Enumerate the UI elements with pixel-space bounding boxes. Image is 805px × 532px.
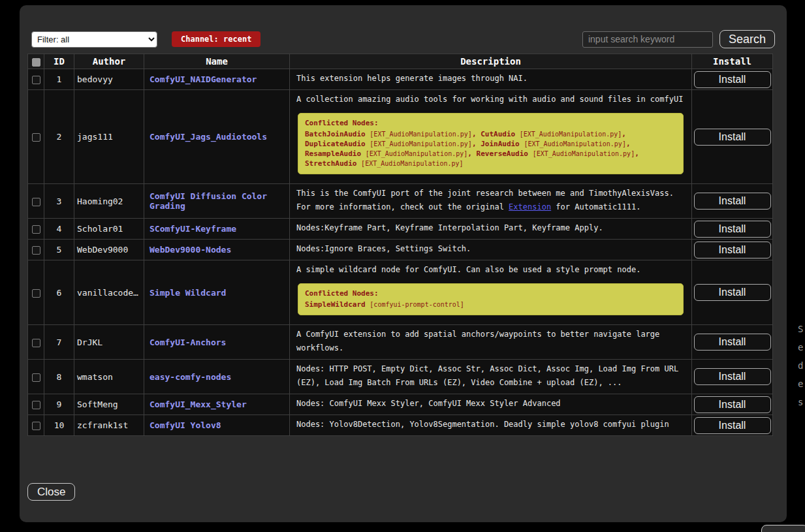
row-checkbox[interactable] [32, 76, 40, 84]
header-author: Author [74, 54, 144, 69]
select-all-checkbox[interactable] [32, 58, 40, 67]
row-description: This extension helps generate images thr… [290, 69, 692, 90]
conflict-node: BatchJoinAudio [305, 130, 366, 138]
conflict-box: Conflicted Nodes: SimpleWildcard [comfyu… [298, 283, 684, 315]
table-row: 9 SoftMeng ComfyUI_Mexx_Styler Nodes: Co… [28, 394, 773, 415]
row-author: SoftMeng [74, 394, 144, 415]
row-name[interactable]: easy-comfy-nodes [144, 360, 290, 394]
install-button[interactable]: Install [694, 284, 771, 301]
nodes-table-scroll-area[interactable]: ID Author Name Description Install 1 bed… [27, 54, 780, 440]
conflict-source: [EXT_AudioManipulation.py] [520, 131, 622, 138]
row-author: vanillacode… [74, 260, 144, 325]
description-text: Nodes:Ignore Braces, Settings Switch. [296, 244, 471, 253]
clipped-sidebar-text: e [798, 379, 805, 389]
conflict-source: [EXT_AudioManipulation.py] [366, 150, 468, 157]
row-author: jags111 [74, 90, 144, 184]
row-checkbox[interactable] [32, 225, 40, 234]
row-description: Nodes: Yolov8Detection, Yolov8Segmentati… [290, 415, 692, 436]
conflict-node: SimpleWildcard [305, 300, 366, 309]
row-description: A simple wildcard node for ComfyUI. Can … [290, 260, 692, 325]
description-text: This extension helps generate images thr… [296, 74, 528, 83]
row-checkbox[interactable] [32, 422, 40, 430]
row-author: Haoming02 [74, 184, 144, 219]
row-description: Nodes: HTTP POST, Empty Dict, Assoc Str,… [290, 360, 692, 394]
row-description: Nodes:Ignore Braces, Settings Switch. [290, 240, 692, 260]
filter-select[interactable]: Filter: all [31, 31, 157, 48]
conflict-node: StretchAudio [305, 159, 356, 168]
conflict-items: SimpleWildcard [comfyui-prompt-control] [305, 300, 676, 309]
row-description: A collection amazing audio tools for wor… [290, 90, 692, 184]
conflict-source: [EXT_AudioManipulation.py] [533, 150, 635, 157]
conflict-source: [EXT_AudioManipulation.py] [370, 140, 472, 148]
clipped-sidebar-strip: Sedes [798, 324, 805, 407]
row-checkbox[interactable] [32, 373, 40, 382]
header-install: Install [692, 54, 773, 69]
row-name[interactable]: ComfyUI_Jags_Audiotools [144, 90, 290, 184]
description-link[interactable]: Extension [509, 202, 551, 211]
install-button[interactable]: Install [694, 334, 771, 351]
conflict-node: JoinAudio [481, 140, 520, 148]
header-id: ID [44, 54, 74, 69]
conflict-title: Conflicted Nodes: [305, 289, 676, 298]
row-name[interactable]: ComfyUI-Anchors [144, 325, 290, 360]
row-description: This is the ComfyUI port of the joint re… [290, 184, 692, 219]
install-button[interactable]: Install [694, 71, 771, 88]
row-description: Nodes:Keyframe Part, Keyframe Interpolat… [290, 219, 692, 240]
table-row: 6 vanillacode… Simple Wildcard A simple … [28, 260, 773, 325]
channel-badge: Channel: recent [172, 31, 260, 47]
install-button[interactable]: Install [694, 193, 771, 210]
table-row: 10 zcfrank1st ComfyUI Yolov8 Nodes: Yolo… [28, 415, 773, 436]
scroll-spacer [27, 436, 780, 440]
row-checkbox[interactable] [32, 339, 40, 347]
row-name[interactable]: SComfyUI-Keyframe [144, 219, 290, 240]
conflict-node: DuplicateAudio [305, 140, 366, 148]
install-button[interactable]: Install [694, 396, 771, 413]
table-row: 4 Scholar01 SComfyUI-Keyframe Nodes:Keyf… [28, 219, 773, 240]
table-row: 3 Haoming02 ComfyUI Diffusion Color Grad… [28, 184, 773, 219]
row-checkbox[interactable] [32, 289, 40, 298]
row-checkbox[interactable] [32, 246, 40, 255]
close-button[interactable]: Close [27, 483, 75, 501]
row-author: Scholar01 [74, 219, 144, 240]
row-name[interactable]: ComfyUI_Mexx_Styler [144, 394, 290, 415]
row-name[interactable]: ComfyUI Yolov8 [144, 415, 290, 436]
clipped-sidebar-text: e [798, 342, 805, 352]
table-row: 2 jags111 ComfyUI_Jags_Audiotools A coll… [28, 90, 773, 184]
table-header-row: ID Author Name Description Install [28, 54, 773, 69]
table-row: 1 bedovyy ComfyUI_NAIDGenerator This ext… [28, 69, 773, 90]
table-row: 5 WebDev9000 WebDev9000-Nodes Nodes:Igno… [28, 240, 773, 260]
conflict-node: CutAudio [481, 130, 515, 138]
row-id: 1 [44, 69, 74, 90]
search-input[interactable] [582, 31, 713, 48]
description-text: A simple wildcard node for ComfyUI. Can … [296, 265, 640, 274]
row-name[interactable]: ComfyUI_NAIDGenerator [144, 69, 290, 90]
table-row: 7 DrJKL ComfyUI-Anchors A ComfyUI extens… [28, 325, 773, 360]
conflict-source: [EXT_AudioManipulation.py] [370, 131, 472, 138]
row-id: 9 [44, 394, 74, 415]
header-description: Description [290, 54, 692, 69]
nodes-table: ID Author Name Description Install 1 bed… [27, 54, 773, 436]
row-author: WebDev9000 [74, 240, 144, 260]
row-checkbox[interactable] [32, 401, 40, 409]
install-button[interactable]: Install [694, 221, 771, 238]
search-button[interactable]: Search [719, 30, 775, 48]
row-author: wmatson [74, 360, 144, 394]
conflict-title: Conflicted Nodes: [305, 119, 676, 127]
row-checkbox[interactable] [32, 133, 40, 142]
install-button[interactable]: Install [694, 129, 771, 146]
install-button[interactable]: Install [694, 242, 771, 258]
conflict-box: Conflicted Nodes: BatchJoinAudio [EXT_Au… [298, 113, 684, 174]
row-author: bedovyy [74, 69, 144, 90]
clipped-corner-button [761, 525, 805, 532]
install-button[interactable]: Install [694, 417, 771, 434]
row-name[interactable]: ComfyUI Diffusion Color Grading [144, 184, 290, 219]
toolbar: Filter: all Channel: recent Search [31, 30, 775, 48]
row-checkbox[interactable] [32, 198, 40, 206]
row-id: 2 [44, 90, 74, 184]
row-name[interactable]: Simple Wildcard [144, 260, 290, 325]
conflict-node: ReverseAudio [477, 149, 528, 158]
install-button[interactable]: Install [694, 368, 771, 385]
row-name[interactable]: WebDev9000-Nodes [144, 240, 290, 260]
row-id: 8 [44, 360, 74, 394]
conflict-items: BatchJoinAudio [EXT_AudioManipulation.py… [305, 129, 676, 168]
